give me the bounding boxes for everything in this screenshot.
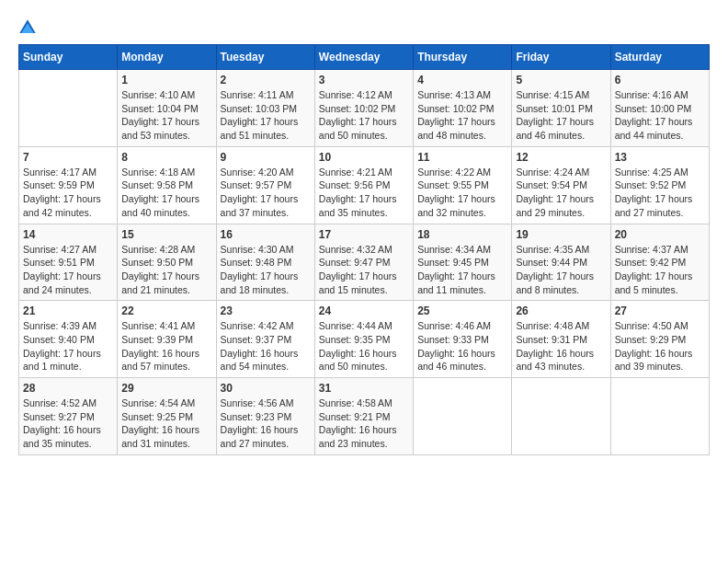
day-info: Sunrise: 4:39 AM Sunset: 9:40 PM Dayligh… — [23, 319, 113, 373]
calendar-cell: 23Sunrise: 4:42 AM Sunset: 9:37 PM Dayli… — [216, 301, 314, 378]
day-number: 2 — [221, 74, 311, 86]
day-number: 9 — [221, 151, 311, 164]
page-header — [18, 18, 710, 37]
day-info: Sunrise: 4:46 AM Sunset: 9:33 PM Dayligh… — [417, 319, 507, 373]
logo — [18, 18, 39, 37]
day-number: 13 — [615, 151, 705, 164]
day-number: 8 — [121, 151, 211, 164]
day-number: 17 — [319, 228, 409, 241]
day-number: 10 — [319, 151, 409, 164]
calendar-cell: 29Sunrise: 4:54 AM Sunset: 9:25 PM Dayli… — [118, 378, 216, 455]
calendar-cell: 14Sunrise: 4:27 AM Sunset: 9:51 PM Dayli… — [19, 224, 118, 301]
calendar-cell: 18Sunrise: 4:34 AM Sunset: 9:45 PM Dayli… — [414, 224, 512, 301]
calendar-cell: 15Sunrise: 4:28 AM Sunset: 9:50 PM Dayli… — [118, 224, 216, 301]
day-header-saturday: Saturday — [610, 45, 709, 70]
day-info: Sunrise: 4:35 AM Sunset: 9:44 PM Dayligh… — [516, 243, 606, 297]
day-number: 22 — [121, 304, 211, 317]
calendar-cell: 21Sunrise: 4:39 AM Sunset: 9:40 PM Dayli… — [19, 301, 118, 378]
day-info: Sunrise: 4:42 AM Sunset: 9:37 PM Dayligh… — [221, 319, 311, 373]
calendar-cell: 4Sunrise: 4:13 AM Sunset: 10:02 PM Dayli… — [414, 70, 512, 147]
day-header-wednesday: Wednesday — [314, 45, 413, 70]
day-info: Sunrise: 4:27 AM Sunset: 9:51 PM Dayligh… — [23, 243, 113, 297]
day-info: Sunrise: 4:20 AM Sunset: 9:57 PM Dayligh… — [221, 166, 311, 220]
day-number: 1 — [121, 74, 211, 86]
day-header-friday: Friday — [512, 45, 610, 70]
day-number: 6 — [615, 74, 705, 86]
calendar-cell: 24Sunrise: 4:44 AM Sunset: 9:35 PM Dayli… — [314, 301, 413, 378]
day-header-sunday: Sunday — [19, 45, 118, 70]
calendar-cell: 19Sunrise: 4:35 AM Sunset: 9:44 PM Dayli… — [512, 224, 610, 301]
day-header-tuesday: Tuesday — [216, 45, 314, 70]
calendar-cell: 1Sunrise: 4:10 AM Sunset: 10:04 PM Dayli… — [118, 70, 216, 147]
day-info: Sunrise: 4:34 AM Sunset: 9:45 PM Dayligh… — [417, 243, 507, 297]
day-number: 20 — [615, 228, 705, 241]
day-info: Sunrise: 4:30 AM Sunset: 9:48 PM Dayligh… — [221, 243, 311, 297]
calendar-cell: 12Sunrise: 4:24 AM Sunset: 9:54 PM Dayli… — [512, 146, 610, 224]
day-info: Sunrise: 4:48 AM Sunset: 9:31 PM Dayligh… — [516, 319, 606, 373]
day-info: Sunrise: 4:12 AM Sunset: 10:02 PM Daylig… — [319, 88, 409, 143]
calendar-cell — [610, 378, 709, 455]
day-info: Sunrise: 4:37 AM Sunset: 9:42 PM Dayligh… — [615, 243, 705, 297]
day-number: 27 — [615, 304, 705, 317]
calendar-week-1: 1Sunrise: 4:10 AM Sunset: 10:04 PM Dayli… — [19, 70, 710, 147]
day-number: 21 — [23, 304, 113, 317]
day-number: 16 — [221, 228, 311, 241]
day-number: 5 — [516, 74, 606, 86]
day-number: 25 — [417, 304, 507, 317]
calendar-body: 1Sunrise: 4:10 AM Sunset: 10:04 PM Dayli… — [19, 70, 710, 455]
calendar-week-5: 28Sunrise: 4:52 AM Sunset: 9:27 PM Dayli… — [19, 378, 710, 455]
day-info: Sunrise: 4:13 AM Sunset: 10:02 PM Daylig… — [417, 88, 507, 143]
day-number: 24 — [319, 304, 409, 317]
calendar-cell: 31Sunrise: 4:58 AM Sunset: 9:21 PM Dayli… — [314, 378, 413, 455]
day-number: 12 — [516, 151, 606, 164]
day-info: Sunrise: 4:15 AM Sunset: 10:01 PM Daylig… — [516, 88, 606, 143]
day-info: Sunrise: 4:52 AM Sunset: 9:27 PM Dayligh… — [23, 396, 113, 451]
day-number: 23 — [221, 304, 311, 317]
calendar-cell: 17Sunrise: 4:32 AM Sunset: 9:47 PM Dayli… — [314, 224, 413, 301]
day-number: 11 — [417, 151, 507, 164]
day-number: 29 — [121, 382, 211, 395]
calendar-cell: 20Sunrise: 4:37 AM Sunset: 9:42 PM Dayli… — [610, 224, 709, 301]
day-info: Sunrise: 4:56 AM Sunset: 9:23 PM Dayligh… — [221, 396, 311, 451]
calendar-cell: 11Sunrise: 4:22 AM Sunset: 9:55 PM Dayli… — [414, 146, 512, 224]
calendar-cell: 28Sunrise: 4:52 AM Sunset: 9:27 PM Dayli… — [19, 378, 118, 455]
day-info: Sunrise: 4:10 AM Sunset: 10:04 PM Daylig… — [121, 88, 211, 143]
calendar-cell: 16Sunrise: 4:30 AM Sunset: 9:48 PM Dayli… — [216, 224, 314, 301]
day-info: Sunrise: 4:18 AM Sunset: 9:58 PM Dayligh… — [121, 166, 211, 220]
day-info: Sunrise: 4:11 AM Sunset: 10:03 PM Daylig… — [221, 88, 311, 143]
day-number: 31 — [319, 382, 409, 395]
calendar-table: SundayMondayTuesdayWednesdayThursdayFrid… — [18, 44, 710, 455]
day-info: Sunrise: 4:25 AM Sunset: 9:52 PM Dayligh… — [615, 166, 705, 220]
day-number: 28 — [23, 382, 113, 395]
day-number: 15 — [121, 228, 211, 241]
calendar-cell: 26Sunrise: 4:48 AM Sunset: 9:31 PM Dayli… — [512, 301, 610, 378]
day-number: 14 — [23, 228, 113, 241]
day-number: 19 — [516, 228, 606, 241]
day-info: Sunrise: 4:44 AM Sunset: 9:35 PM Dayligh… — [319, 319, 409, 373]
calendar-cell: 30Sunrise: 4:56 AM Sunset: 9:23 PM Dayli… — [216, 378, 314, 455]
day-info: Sunrise: 4:28 AM Sunset: 9:50 PM Dayligh… — [121, 243, 211, 297]
calendar-cell: 25Sunrise: 4:46 AM Sunset: 9:33 PM Dayli… — [414, 301, 512, 378]
calendar-cell — [19, 70, 118, 147]
day-info: Sunrise: 4:21 AM Sunset: 9:56 PM Dayligh… — [319, 166, 409, 220]
calendar-cell: 8Sunrise: 4:18 AM Sunset: 9:58 PM Daylig… — [118, 146, 216, 224]
day-number: 26 — [516, 304, 606, 317]
calendar-week-4: 21Sunrise: 4:39 AM Sunset: 9:40 PM Dayli… — [19, 301, 710, 378]
day-info: Sunrise: 4:22 AM Sunset: 9:55 PM Dayligh… — [417, 166, 507, 220]
calendar-cell: 7Sunrise: 4:17 AM Sunset: 9:59 PM Daylig… — [19, 146, 118, 224]
day-info: Sunrise: 4:50 AM Sunset: 9:29 PM Dayligh… — [615, 319, 705, 373]
calendar-week-3: 14Sunrise: 4:27 AM Sunset: 9:51 PM Dayli… — [19, 224, 710, 301]
calendar-cell: 5Sunrise: 4:15 AM Sunset: 10:01 PM Dayli… — [512, 70, 610, 147]
day-header-thursday: Thursday — [414, 45, 512, 70]
logo-icon — [18, 18, 37, 37]
calendar-cell — [512, 378, 610, 455]
day-number: 4 — [417, 74, 507, 86]
calendar-cell: 2Sunrise: 4:11 AM Sunset: 10:03 PM Dayli… — [216, 70, 314, 147]
calendar-cell: 10Sunrise: 4:21 AM Sunset: 9:56 PM Dayli… — [314, 146, 413, 224]
calendar-cell — [414, 378, 512, 455]
day-info: Sunrise: 4:17 AM Sunset: 9:59 PM Dayligh… — [23, 166, 113, 220]
calendar-cell: 9Sunrise: 4:20 AM Sunset: 9:57 PM Daylig… — [216, 146, 314, 224]
calendar-header: SundayMondayTuesdayWednesdayThursdayFrid… — [19, 45, 710, 70]
calendar-week-2: 7Sunrise: 4:17 AM Sunset: 9:59 PM Daylig… — [19, 146, 710, 224]
day-header-monday: Monday — [118, 45, 216, 70]
